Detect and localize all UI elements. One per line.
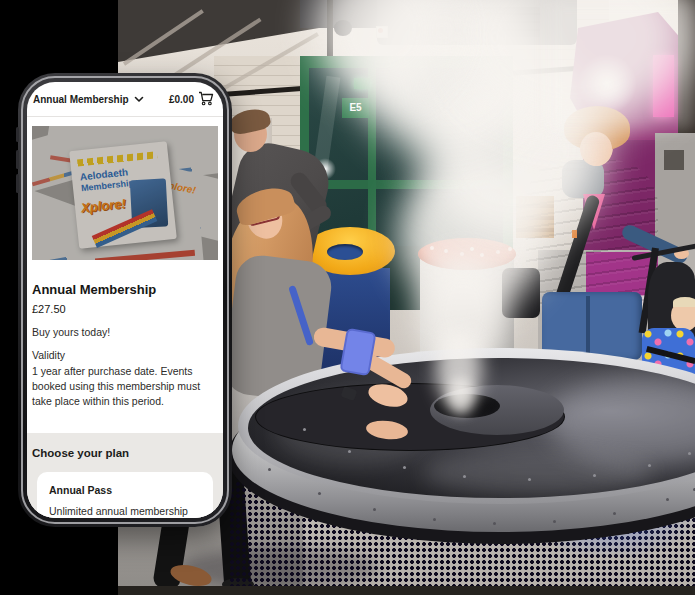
product-price: £27.50 bbox=[32, 303, 66, 315]
plans-heading: Choose your plan bbox=[32, 447, 129, 459]
plan-option-annual-pass[interactable]: Annual Pass Unlimited annual membership bbox=[37, 472, 213, 518]
plans-section: Choose your plan Annual Pass Unlimited a… bbox=[27, 433, 223, 518]
phone-volume-down-button bbox=[16, 174, 20, 193]
cart-button[interactable]: £0.00 bbox=[169, 91, 214, 108]
phone-mute-switch bbox=[16, 127, 20, 142]
plan-name: Annual Pass bbox=[49, 484, 112, 496]
phone-screen: Annual Membership £0.00 Xplore! bbox=[27, 82, 223, 518]
product-tagline: Buy yours today! bbox=[32, 326, 110, 338]
validity-text: 1 year after purchase date. Events booke… bbox=[32, 364, 216, 409]
rim-rivets bbox=[268, 468, 271, 471]
table-rivets bbox=[303, 428, 306, 431]
chevron-down-icon bbox=[134, 94, 144, 105]
cart-total: £0.00 bbox=[169, 94, 194, 105]
baby-hair bbox=[673, 297, 695, 307]
phone-volume-up-button bbox=[16, 150, 20, 169]
table-sheen bbox=[423, 450, 653, 496]
pillar-vent bbox=[664, 150, 684, 170]
validity-label: Validity bbox=[32, 349, 65, 361]
image-dim-overlay bbox=[32, 126, 218, 260]
product-title: Annual Membership bbox=[32, 282, 156, 297]
phone-mockup: Annual Membership £0.00 Xplore! bbox=[18, 73, 232, 527]
yellow-table-hole bbox=[327, 244, 363, 260]
smoke-wisp bbox=[448, 378, 474, 414]
product-selector[interactable]: Annual Membership bbox=[33, 94, 144, 105]
shop-topbar: Annual Membership £0.00 bbox=[27, 82, 223, 116]
plan-description: Unlimited annual membership bbox=[49, 505, 188, 517]
product-image: Xplore! Aelodaeth Membership Xplore! bbox=[32, 126, 218, 260]
jacket-zip-pull bbox=[572, 230, 577, 238]
jeans-seam bbox=[586, 296, 590, 358]
topbar-divider bbox=[27, 116, 223, 117]
smoke-haze bbox=[548, 0, 695, 130]
product-selector-label: Annual Membership bbox=[33, 94, 129, 105]
cart-icon bbox=[198, 91, 214, 108]
page: E5 bbox=[0, 0, 695, 595]
photo-bottom-strip bbox=[118, 586, 695, 595]
